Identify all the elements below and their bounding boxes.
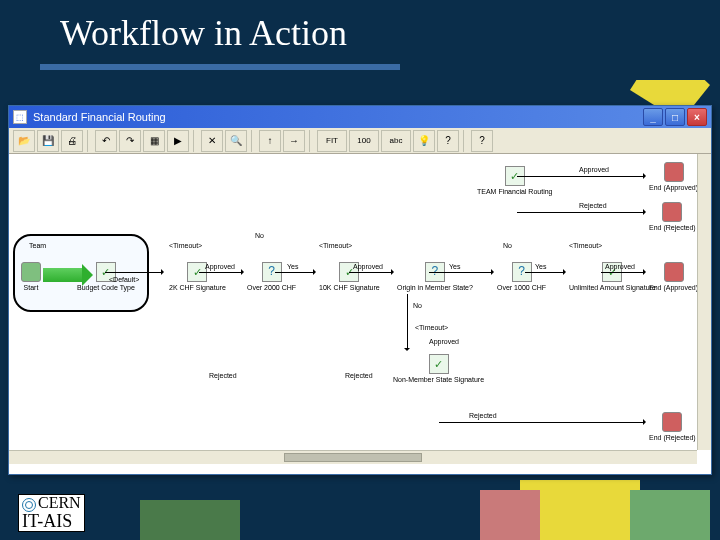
edge (349, 272, 393, 273)
edge (105, 272, 163, 273)
edge-label-rejected-b2: Rejected (345, 372, 373, 379)
grid-icon[interactable]: ▦ (143, 130, 165, 152)
window-app-icon: ⬚ (13, 110, 27, 124)
edge-label-approved-2: Approved (353, 263, 383, 270)
open-icon[interactable]: 📂 (13, 130, 35, 152)
cern-logo-icon (22, 498, 36, 512)
zoom-100-button[interactable]: 100 (349, 130, 379, 152)
edge (275, 272, 315, 273)
edge-label-approved-top: Approved (579, 166, 609, 173)
node-end-rejected-2[interactable]: End (Rejected) (649, 412, 696, 442)
title-underline (40, 64, 400, 70)
run-icon[interactable]: ▶ (167, 130, 189, 152)
undo-icon[interactable]: ↶ (95, 130, 117, 152)
slide-title: Workflow in Action (0, 0, 720, 54)
minimize-button[interactable]: _ (643, 108, 663, 126)
print-icon[interactable]: 🖨 (61, 130, 83, 152)
edge-label-no-2: No (413, 302, 422, 309)
redo-icon[interactable]: ↷ (119, 130, 141, 152)
edge-label-rejected-b3: Rejected (469, 412, 497, 419)
edge-label-approved: Approved (205, 263, 235, 270)
edge (429, 272, 493, 273)
node-start[interactable]: Start (21, 262, 41, 292)
nav-fwd-icon[interactable]: → (283, 130, 305, 152)
fit-button[interactable]: FIT (317, 130, 347, 152)
footer-org-box: CERN IT-AIS (18, 494, 85, 532)
hint-icon[interactable]: 💡 (413, 130, 435, 152)
whatsthis-icon[interactable]: ? (437, 130, 459, 152)
workflow-canvas[interactable]: Team Start Budget Code Type 2K CHF Signa… (9, 154, 711, 464)
edge-label-yes-3: Yes (535, 263, 546, 270)
footer-line2: IT-AIS (22, 512, 81, 531)
edge (199, 272, 243, 273)
edge-label-approved-3: Approved (605, 263, 635, 270)
edge (517, 176, 645, 177)
horizontal-scrollbar[interactable] (9, 450, 697, 464)
abc-button[interactable]: abc (381, 130, 411, 152)
vertical-scrollbar[interactable] (697, 154, 711, 450)
node-team-financial-routing[interactable]: TEAM Financial Routing (477, 166, 552, 196)
node-nms-signature[interactable]: Non-Member State Signature (393, 354, 484, 384)
edge (407, 294, 408, 350)
nav-up-icon[interactable]: ↑ (259, 130, 281, 152)
workflow-window: ⬚ Standard Financial Routing _ □ × 📂 💾 🖨… (8, 105, 712, 475)
maximize-button[interactable]: □ (665, 108, 685, 126)
edge-label-timeout-4: <Timeout> (415, 324, 448, 331)
edge-label-no: No (255, 232, 264, 239)
node-origin-member-state[interactable]: Origin in Member State? (397, 262, 473, 292)
help-icon[interactable]: ? (471, 130, 493, 152)
edge-label-no-3: No (503, 242, 512, 249)
save-icon[interactable]: 💾 (37, 130, 59, 152)
edge (517, 212, 645, 213)
edge (439, 422, 645, 423)
edge-label-timeout: <Timeout> (169, 242, 202, 249)
footer-line1: CERN (38, 494, 81, 511)
node-end-approved-2[interactable]: End (Approved) (649, 262, 698, 292)
edge-label-timeout-3: <Timeout> (569, 242, 602, 249)
edge-label-yes-2: Yes (449, 263, 460, 270)
edge-label-approved-4: Approved (429, 338, 459, 345)
zoom-icon[interactable]: 🔍 (225, 130, 247, 152)
edge-label-timeout-2: <Timeout> (319, 242, 352, 249)
edge-label-default: <Default> (109, 276, 139, 283)
edge (525, 272, 565, 273)
edge-label-rejected-b1: Rejected (209, 372, 237, 379)
close-button[interactable]: × (687, 108, 707, 126)
edge-label-yes: Yes (287, 263, 298, 270)
toolbar: 📂 💾 🖨 ↶ ↷ ▦ ▶ ✕ 🔍 ↑ → FIT 100 abc 💡 ? ? (9, 128, 711, 154)
node-end-approved-1[interactable]: End (Approved) (649, 162, 698, 192)
delete-icon[interactable]: ✕ (201, 130, 223, 152)
window-titlebar[interactable]: ⬚ Standard Financial Routing _ □ × (9, 106, 711, 128)
node-end-rejected-1[interactable]: End (Rejected) (649, 202, 696, 232)
node-team-label: Team (29, 242, 46, 250)
edge (601, 272, 645, 273)
edge-label-rejected-top: Rejected (579, 202, 607, 209)
window-title-text: Standard Financial Routing (33, 111, 641, 123)
